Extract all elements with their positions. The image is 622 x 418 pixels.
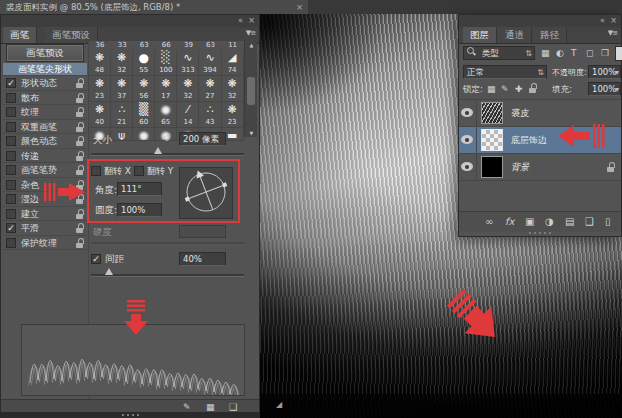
filter-toggle[interactable] [615, 46, 622, 61]
new-layer-icon[interactable]: ❑ [585, 212, 594, 232]
section-checkbox[interactable] [6, 107, 16, 117]
lock-position-icon[interactable]: ✚ [515, 82, 523, 96]
document-close-icon[interactable]: × [296, 0, 303, 14]
brush-tip-43[interactable]: ∴43 [199, 102, 221, 128]
section-checkbox[interactable] [6, 238, 16, 248]
filter-pixel-layers-icon[interactable]: ▦ [541, 46, 550, 60]
brush-tip-74[interactable]: ◢74 [222, 50, 244, 76]
brush-tip-32[interactable]: ❋32 [111, 50, 133, 76]
scroll-up-icon[interactable]: ▲ [245, 42, 258, 48]
panel-menu-icon[interactable]: ▼≡ [608, 29, 617, 37]
section-checkbox[interactable] [6, 122, 16, 132]
brush-grid-scrollbar[interactable]: ▲ ▼ [244, 41, 257, 137]
brush-section-12[interactable]: 保护纹理 [3, 236, 87, 251]
tab-channels[interactable]: 通道 [498, 27, 532, 43]
lock-icon[interactable] [76, 209, 84, 219]
layer-row-2[interactable]: 背景 [459, 154, 621, 181]
document-tab[interactable]: 裘皮面料实例 @ 80.5% (底层饰边, RGB/8) * × [0, 0, 308, 14]
lock-icon[interactable] [76, 122, 84, 132]
reset-icon[interactable]: ↺ [163, 132, 171, 143]
tab-brush[interactable]: 画笔 [3, 27, 37, 43]
spacing-slider[interactable] [91, 274, 244, 277]
panel-collapse-icon[interactable]: « [238, 15, 243, 27]
spacing-checkbox[interactable]: ✓ [91, 254, 101, 264]
lock-icon[interactable] [76, 238, 84, 248]
brush-tip-21[interactable]: ∴21 [111, 102, 133, 128]
brush-tip-55[interactable]: ●55 [133, 50, 155, 76]
layer-thumbnail[interactable] [481, 156, 503, 178]
link-layers-icon[interactable]: ∞ [485, 212, 493, 232]
filter-kind-select[interactable]: 类型 ⇅ [463, 46, 535, 60]
visibility-toggle[interactable] [459, 154, 477, 180]
brush-section-11[interactable]: ✓平滑 [3, 221, 87, 236]
section-checkbox[interactable] [6, 194, 16, 204]
section-checkbox[interactable] [6, 165, 16, 175]
brush-tip-32[interactable]: ❋32 [222, 76, 244, 102]
size-slider[interactable] [91, 153, 244, 156]
layer-style-icon[interactable]: fx [505, 212, 514, 232]
eye-icon[interactable] [461, 135, 473, 144]
brush-tip-60[interactable]: ▒60 [133, 102, 155, 128]
layer-thumbnail[interactable] [481, 129, 503, 151]
section-checkbox[interactable] [6, 209, 16, 219]
brush-tip-14[interactable]: ⁄14 [177, 102, 199, 128]
filter-smart-objects-icon[interactable]: ❐ [601, 46, 609, 60]
brush-section-10[interactable]: 建立 [3, 207, 87, 222]
brush-tip-partial[interactable]: ● [133, 128, 155, 141]
lock-icon[interactable] [76, 107, 84, 117]
brush-section-2[interactable]: 散布 [3, 91, 87, 106]
brush-tip-23[interactable]: ❋23 [89, 76, 111, 102]
scrollbar-thumb[interactable] [247, 77, 255, 105]
visibility-toggle[interactable] [459, 100, 477, 126]
brush-tip-65[interactable]: ●65 [155, 102, 177, 128]
brush-tip-394[interactable]: ∿394 [199, 50, 221, 76]
blend-mode-select[interactable]: 正常 ⇅ [463, 65, 547, 79]
tab-paths[interactable]: 路径 [533, 27, 567, 43]
fill-input[interactable]: 100% ▾ [588, 82, 621, 96]
brush-tip-17[interactable]: ❋17 [155, 76, 177, 102]
brush-section-0[interactable]: 画笔笔尖形状 [3, 63, 87, 76]
section-checkbox[interactable] [6, 180, 16, 190]
brush-tip-partial[interactable]: ψ [111, 128, 133, 141]
eye-icon[interactable] [461, 108, 473, 117]
panel-close-icon[interactable]: × [248, 15, 255, 27]
brush-tip-40[interactable]: ❋40 [89, 102, 111, 128]
lock-image-pixels-icon[interactable]: ✎ [501, 82, 509, 96]
adjustment-layer-icon[interactable]: ◑ [545, 212, 554, 232]
spacing-slider-thumb[interactable] [105, 268, 113, 275]
brush-section-3[interactable]: 纹理 [3, 105, 87, 120]
panel-resize-grip[interactable] [529, 232, 553, 235]
visibility-toggle[interactable] [459, 127, 477, 153]
brush-tip-100[interactable]: ░100 [155, 50, 177, 76]
brush-section-7[interactable]: 画笔笔势 [3, 163, 87, 178]
brush-section-5[interactable]: 颜色动态 [3, 134, 87, 149]
lock-icon[interactable] [76, 223, 84, 233]
brush-section-1[interactable]: ✓形状动态 [3, 76, 87, 91]
filter-shape-layers-icon[interactable]: ◻ [586, 46, 593, 60]
tab-layers[interactable]: 图层 [463, 27, 497, 43]
brush-tip-313[interactable]: ∿313 [177, 50, 199, 76]
brush-presets-button[interactable]: 画笔预设 [7, 45, 83, 61]
panel-close-icon[interactable]: × [610, 15, 617, 27]
eye-icon[interactable] [461, 162, 473, 171]
lock-all-icon[interactable] [529, 83, 537, 93]
size-input[interactable]: 200 像素 [179, 132, 226, 146]
layer-mask-icon[interactable]: ▣ [525, 212, 534, 232]
spacing-input[interactable]: 40% [179, 252, 226, 266]
section-checkbox[interactable] [6, 93, 16, 103]
section-checkbox[interactable]: ✓ [6, 78, 16, 88]
lock-icon[interactable] [76, 151, 84, 161]
opacity-input[interactable]: 100% ▾ [588, 65, 621, 79]
canvas-resize-grip[interactable]: ◢ [276, 401, 286, 409]
panel-collapse-icon[interactable]: « [600, 15, 605, 27]
brush-tip-23[interactable]: ❋23 [222, 102, 244, 128]
brush-tip-48[interactable]: ❋48 [89, 50, 111, 76]
delete-layer-icon[interactable]: ▯ [605, 212, 611, 232]
lock-icon[interactable] [76, 136, 84, 146]
brush-tip-32[interactable]: ❋32 [177, 76, 199, 102]
section-checkbox[interactable]: ✓ [6, 223, 16, 233]
brush-section-6[interactable]: 传递 [3, 149, 87, 164]
layer-thumbnail[interactable] [481, 102, 503, 124]
brush-tip-27[interactable]: ❋27 [199, 76, 221, 102]
new-group-icon[interactable]: ▤ [565, 212, 574, 232]
